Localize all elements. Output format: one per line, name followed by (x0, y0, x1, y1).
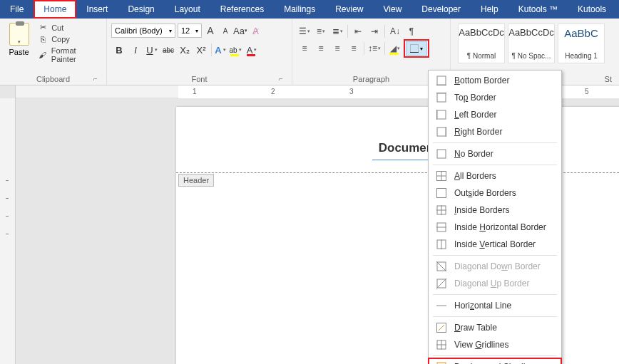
menu-separator (433, 255, 557, 256)
borders-menu-right[interactable]: Right Border (429, 123, 561, 140)
menu-item-label: Top Border (454, 93, 496, 103)
highlight-color-button[interactable]: ab▾ (227, 42, 243, 58)
style-normal[interactable]: AaBbCcDc ¶ Normal (458, 24, 505, 63)
borders-split-button[interactable]: ▾ (406, 41, 427, 56)
tab-review[interactable]: Review (325, 0, 373, 19)
borders-menu-outside[interactable]: Outside Borders (429, 184, 561, 202)
inside-border-icon (436, 204, 447, 216)
justify-icon: ≡ (351, 43, 356, 53)
show-marks-button[interactable]: ¶ (404, 24, 419, 39)
line-spacing-button[interactable]: ↕≡▾ (367, 41, 382, 56)
diagdown-border-icon (436, 261, 447, 272)
bold-button[interactable]: B (111, 42, 127, 58)
tab-insert[interactable]: Insert (76, 0, 118, 19)
eraser-icon: A̷ (252, 26, 259, 36)
menu-separator (433, 165, 557, 165)
tab-file[interactable]: File (0, 0, 34, 19)
svg-rect-10 (437, 150, 446, 158)
font-launcher[interactable]: ⌐ (277, 75, 285, 82)
cut-button[interactable]: ✂Cut (38, 22, 102, 33)
borders-dropdown-menu: Bottom BorderTop BorderLeft BorderRight … (428, 70, 562, 364)
header-tag[interactable]: Header (178, 174, 214, 187)
top-border-icon (436, 92, 447, 103)
font-color-button[interactable]: A▾ (244, 42, 260, 58)
borders-menu-insidev[interactable]: Inside Vertical Border (429, 236, 561, 253)
paste-button[interactable]: ▾ Paste (4, 21, 34, 73)
tab-help[interactable]: Help (471, 0, 508, 19)
borders-menu-grid[interactable]: View Gridlines (429, 336, 561, 353)
change-case-button[interactable]: Aa▾ (234, 24, 247, 38)
svg-rect-14 (437, 189, 446, 198)
tab-view[interactable]: View (374, 0, 412, 19)
align-right-button[interactable]: ≡ (329, 41, 345, 56)
menu-item-label: Diagonal Down Border (454, 261, 541, 271)
borders-menu-inside[interactable]: Inside Borders (429, 202, 561, 219)
borders-menu-all[interactable]: All Borders (429, 167, 561, 184)
multilevel-button[interactable]: ≣▾ (329, 24, 345, 39)
clear-formatting-button[interactable]: A̷ (249, 24, 262, 38)
tab-mailings[interactable]: Mailings (274, 0, 325, 19)
grow-font-button[interactable]: A (204, 24, 217, 38)
paste-label: Paste (9, 48, 29, 56)
italic-button[interactable]: I (128, 42, 143, 58)
borders-menu-diagdown: Diagonal Down Border (429, 258, 561, 275)
justify-button[interactable]: ≡ (346, 41, 362, 56)
clipboard-launcher[interactable]: ⌐ (92, 75, 99, 82)
multilevel-icon: ≣ (332, 26, 339, 36)
text-effects-button[interactable]: A▾ (214, 43, 227, 57)
strikethrough-button[interactable]: abc (160, 42, 176, 58)
borders-menu-left[interactable]: Left Border (429, 106, 561, 123)
format-painter-button[interactable]: 🖌Format Painter (38, 46, 102, 64)
font-size-combo[interactable]: 12▾ (178, 24, 202, 38)
superscript-button[interactable]: X² (193, 42, 209, 58)
tab-design[interactable]: Design (118, 0, 164, 19)
menu-item-label: Bottom Border (454, 76, 509, 85)
borders-menu-top[interactable]: Top Border (429, 89, 561, 106)
borders-menu-none[interactable]: No Border (429, 145, 561, 162)
group-paragraph: ☰▾ ≡▾ ≣▾ ⇤ ⇥ A↓ ¶ ≡ ≡ ≡ ≡ ↕≡▾ ◢▾ (292, 19, 451, 85)
svg-rect-6 (437, 110, 446, 119)
style-heading-1[interactable]: AaBbC Heading 1 (558, 24, 605, 63)
subscript-button[interactable]: X₂ (177, 42, 193, 58)
align-right-icon: ≡ (334, 43, 339, 53)
sort-icon: A↓ (390, 26, 400, 36)
copy-button[interactable]: ⎘Copy (38, 34, 102, 44)
menu-item-label: Left Border (454, 110, 496, 120)
numbering-icon: ≡ (317, 26, 322, 36)
borders-split-button-highlight: ▾ (404, 39, 429, 58)
svg-rect-0 (411, 45, 419, 53)
borders-menu-draw[interactable]: Draw Table (429, 319, 561, 336)
svg-rect-2 (437, 76, 446, 85)
shading-button[interactable]: ◢▾ (387, 41, 403, 56)
decrease-indent-button[interactable]: ⇤ (350, 24, 366, 39)
tab-kutools[interactable]: Kutools (568, 0, 616, 19)
style-no-spacing[interactable]: AaBbCcDc ¶ No Spac... (508, 24, 555, 63)
borders-menu-insideh[interactable]: Inside Horizontal Border (429, 219, 561, 236)
vertical-ruler[interactable] (0, 98, 16, 364)
numbering-button[interactable]: ≡▾ (313, 24, 329, 39)
font-family-combo[interactable]: Calibri (Body)▾ (111, 24, 175, 38)
borders-menu-shading[interactable]: Borders and Shading... (429, 358, 561, 364)
indent-icon: ⇥ (371, 26, 378, 36)
tab-home[interactable]: Home (34, 0, 76, 19)
tab-kutools-tm[interactable]: Kutools ™ (508, 0, 568, 19)
borders-menu-hline[interactable]: Horizontal Line (429, 297, 561, 314)
sort-button[interactable]: A↓ (387, 24, 403, 39)
align-center-button[interactable]: ≡ (313, 41, 329, 56)
menu-item-label: Right Border (454, 127, 502, 137)
menu-separator (433, 294, 557, 295)
menu-item-label: View Gridlines (454, 340, 509, 350)
menu-item-label: Draw Table (454, 323, 497, 333)
underline-button[interactable]: U▾ (144, 42, 160, 58)
align-left-button[interactable]: ≡ (297, 41, 312, 56)
increase-indent-button[interactable]: ⇥ (367, 24, 382, 39)
tab-developer[interactable]: Developer (411, 0, 471, 19)
tab-references[interactable]: References (210, 0, 274, 19)
svg-line-25 (436, 279, 446, 288)
shrink-font-button[interactable]: A (219, 24, 232, 38)
menu-item-label: All Borders (454, 171, 496, 181)
bullets-button[interactable]: ☰▾ (297, 24, 312, 39)
tab-layout[interactable]: Layout (165, 0, 210, 19)
right-border-icon (436, 126, 447, 137)
borders-menu-bottom[interactable]: Bottom Border (429, 72, 561, 89)
